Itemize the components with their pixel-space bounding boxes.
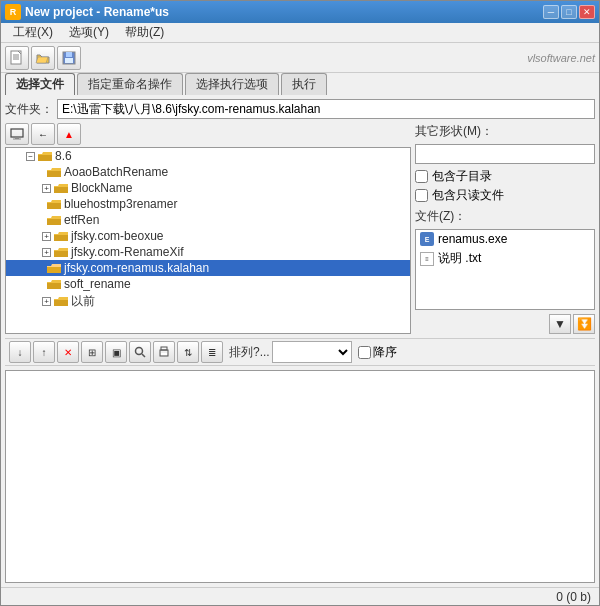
folder-icon-6 bbox=[46, 262, 62, 275]
tree-label-6: jfsky.com-renamus.kalahan bbox=[64, 261, 209, 275]
folder-icon-5 bbox=[53, 246, 69, 259]
content-area: 文件夹： ← ▲ − bbox=[1, 95, 599, 587]
tree-toolbar: ← ▲ bbox=[5, 123, 411, 145]
computer-btn[interactable] bbox=[5, 123, 29, 145]
arrow-down-btn[interactable]: ▼ bbox=[549, 314, 571, 334]
tree-label-3: etfRen bbox=[64, 213, 99, 227]
tree-label-2: bluehostmp3renamer bbox=[64, 197, 177, 211]
toolbar: vlsoftware.net bbox=[1, 43, 599, 73]
sort-dropdown[interactable] bbox=[272, 341, 352, 363]
tree-label-0: AoaoBatchRename bbox=[64, 165, 168, 179]
expand-more[interactable]: + bbox=[42, 297, 51, 306]
title-buttons: ─ □ ✕ bbox=[543, 5, 595, 19]
order-checkbox[interactable] bbox=[358, 346, 371, 359]
minimize-button[interactable]: ─ bbox=[543, 5, 559, 19]
expand-root[interactable]: − bbox=[26, 152, 35, 161]
other-shapes-label: 其它形状(M)： bbox=[415, 123, 595, 140]
svg-rect-5 bbox=[66, 52, 72, 57]
tree-node-0[interactable]: AoaoBatchRename bbox=[6, 164, 410, 180]
title-bar-left: R New project - Rename*us bbox=[5, 4, 169, 20]
btn-delete[interactable]: ✕ bbox=[57, 341, 79, 363]
files-label: 文件(Z)： bbox=[415, 208, 595, 225]
svg-rect-7 bbox=[11, 129, 23, 137]
tab-exec-options[interactable]: 选择执行选项 bbox=[185, 73, 279, 95]
app-icon: R bbox=[5, 4, 21, 20]
open-button[interactable] bbox=[31, 46, 55, 70]
status-bar: 0 (0 b) bbox=[1, 587, 599, 605]
folder-icon-2 bbox=[46, 198, 62, 211]
tabs-bar: 选择文件 指定重命名操作 选择执行选项 执行 bbox=[1, 73, 599, 95]
btn-up-move[interactable]: ↑ bbox=[33, 341, 55, 363]
folder-icon-more bbox=[53, 295, 69, 308]
folder-icon-3 bbox=[46, 214, 62, 227]
checkbox-subdir[interactable] bbox=[415, 170, 428, 183]
sort-label: 排列?... bbox=[229, 344, 270, 361]
main-window: R New project - Rename*us ─ □ ✕ 工程(X) 选项… bbox=[0, 0, 600, 606]
tree-node-1[interactable]: + BlockName bbox=[6, 180, 410, 196]
close-button[interactable]: ✕ bbox=[579, 5, 595, 19]
btn-grid1[interactable]: ⊞ bbox=[81, 341, 103, 363]
svg-rect-6 bbox=[65, 58, 73, 63]
file-name-1: 说明 .txt bbox=[438, 250, 481, 267]
folder-row: 文件夹： bbox=[5, 99, 595, 119]
tree-label-root: 8.6 bbox=[55, 149, 72, 163]
folder-icon-1 bbox=[53, 182, 69, 195]
checkboxes: 包含子目录 包含只读文件 bbox=[415, 168, 595, 204]
btn-sort-az[interactable]: ⇅ bbox=[177, 341, 199, 363]
expand-1[interactable]: + bbox=[42, 184, 51, 193]
file-item-0[interactable]: E renamus.exe bbox=[416, 230, 594, 248]
right-panel: 其它形状(M)： 包含子目录 包含只读文件 文件(Z)： E bbox=[415, 123, 595, 334]
arrow-down2-btn[interactable]: ⏬ bbox=[573, 314, 595, 334]
status-text: 0 (0 b) bbox=[556, 590, 591, 604]
tree-node-4[interactable]: + jfsky.com-beoxue bbox=[6, 228, 410, 244]
tree-node-2[interactable]: bluehostmp3renamer bbox=[6, 196, 410, 212]
tree-node-more[interactable]: + 以前 bbox=[6, 292, 410, 311]
btn-search[interactable] bbox=[129, 341, 151, 363]
checkbox-readonly-row: 包含只读文件 bbox=[415, 187, 595, 204]
tree-label-7: soft_rename bbox=[64, 277, 131, 291]
svg-point-10 bbox=[136, 348, 143, 355]
tab-execute[interactable]: 执行 bbox=[281, 73, 327, 95]
folder-input[interactable] bbox=[57, 99, 595, 119]
btn-add[interactable]: ↓ bbox=[9, 341, 31, 363]
folder-icon-4 bbox=[53, 230, 69, 243]
tab-select-files[interactable]: 选择文件 bbox=[5, 73, 75, 95]
maximize-button[interactable]: □ bbox=[561, 5, 577, 19]
right-arrows: ▼ ⏬ bbox=[415, 314, 595, 334]
tree-node-5[interactable]: + jfsky.com-RenameXif bbox=[6, 244, 410, 260]
files-list[interactable]: E renamus.exe ≡ 说明 .txt bbox=[415, 229, 595, 310]
folder-icon-root bbox=[37, 150, 53, 163]
svg-line-11 bbox=[142, 354, 145, 357]
tree-container[interactable]: − 8.6 AoaoBatchRename bbox=[5, 147, 411, 334]
folder-icon-7 bbox=[46, 278, 62, 291]
menu-project[interactable]: 工程(X) bbox=[5, 22, 61, 43]
save-button[interactable] bbox=[57, 46, 81, 70]
checkbox-readonly-label: 包含只读文件 bbox=[432, 187, 504, 204]
expand-4[interactable]: + bbox=[42, 232, 51, 241]
rename-area[interactable] bbox=[5, 370, 595, 583]
btn-grid2[interactable]: ▣ bbox=[105, 341, 127, 363]
order-checkbox-row: 降序 bbox=[358, 344, 397, 361]
menu-help[interactable]: 帮助(Z) bbox=[117, 22, 172, 43]
window-title: New project - Rename*us bbox=[25, 5, 169, 19]
tree-node-3[interactable]: etfRen bbox=[6, 212, 410, 228]
tree-label-1: BlockName bbox=[71, 181, 132, 195]
btn-print[interactable] bbox=[153, 341, 175, 363]
btn-list[interactable]: ≣ bbox=[201, 341, 223, 363]
checkbox-readonly[interactable] bbox=[415, 189, 428, 202]
expand-5[interactable]: + bbox=[42, 248, 51, 257]
tree-node-root[interactable]: − 8.6 bbox=[6, 148, 410, 164]
back-btn[interactable]: ← bbox=[31, 123, 55, 145]
file-item-1[interactable]: ≡ 说明 .txt bbox=[416, 248, 594, 269]
other-shapes-input[interactable] bbox=[415, 144, 595, 164]
new-button[interactable] bbox=[5, 46, 29, 70]
bottom-toolbar: ↓ ↑ ✕ ⊞ ▣ ⇅ ≣ 排列?... 降序 bbox=[5, 338, 595, 366]
tree-node-7[interactable]: soft_rename bbox=[6, 276, 410, 292]
svg-rect-14 bbox=[161, 353, 167, 355]
menu-bar: 工程(X) 选项(Y) 帮助(Z) bbox=[1, 23, 599, 43]
tree-node-6[interactable]: jfsky.com-renamus.kalahan bbox=[6, 260, 410, 276]
up-btn[interactable]: ▲ bbox=[57, 123, 81, 145]
middle-area: ← ▲ − 8.6 bbox=[5, 123, 595, 334]
tab-rename-ops[interactable]: 指定重命名操作 bbox=[77, 73, 183, 95]
menu-options[interactable]: 选项(Y) bbox=[61, 22, 117, 43]
